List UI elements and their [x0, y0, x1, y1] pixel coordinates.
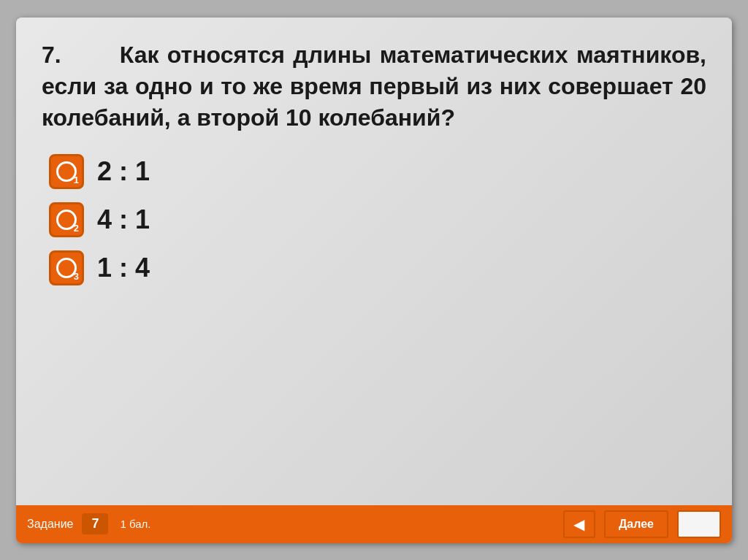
answer-text-1: 2 : 1	[97, 156, 150, 187]
bottom-bar: Задание 7 1 бал. ◀ Далее	[16, 505, 732, 543]
next-label: Далее	[619, 518, 654, 531]
content-area: 7. Как относятся длины математических ма…	[16, 18, 732, 505]
nav-empty-box	[677, 510, 721, 538]
badge-number-3: 3	[74, 271, 79, 282]
question-number: 7.	[42, 42, 61, 68]
zadanie-label: Задание	[27, 518, 73, 531]
question-text: 7. Как относятся длины математических ма…	[42, 39, 706, 134]
main-container: 7. Как относятся длины математических ма…	[16, 18, 732, 543]
task-number-badge: 7	[82, 513, 108, 534]
badge-number-1: 1	[74, 174, 79, 185]
answer-item-2[interactable]: 2 4 : 1	[49, 202, 706, 237]
answer-text-2: 4 : 1	[97, 204, 150, 235]
answer-text-3: 1 : 4	[97, 253, 150, 283]
back-icon: ◀	[573, 515, 584, 533]
answer-badge-3[interactable]: 3	[49, 250, 84, 285]
answers-list: 1 2 : 1 2 4 : 1 3 1 : 4	[42, 154, 706, 285]
answer-item-1[interactable]: 1 2 : 1	[49, 154, 706, 189]
answer-item-3[interactable]: 3 1 : 4	[49, 250, 706, 285]
question-body: Как относятся длины математических маятн…	[42, 42, 706, 131]
badge-number-2: 2	[74, 223, 79, 234]
score-label: 1 бал.	[120, 518, 150, 530]
nav-back-button[interactable]: ◀	[563, 510, 595, 538]
answer-badge-2[interactable]: 2	[49, 202, 84, 237]
nav-next-button[interactable]: Далее	[604, 510, 668, 538]
answer-badge-1[interactable]: 1	[49, 154, 84, 189]
